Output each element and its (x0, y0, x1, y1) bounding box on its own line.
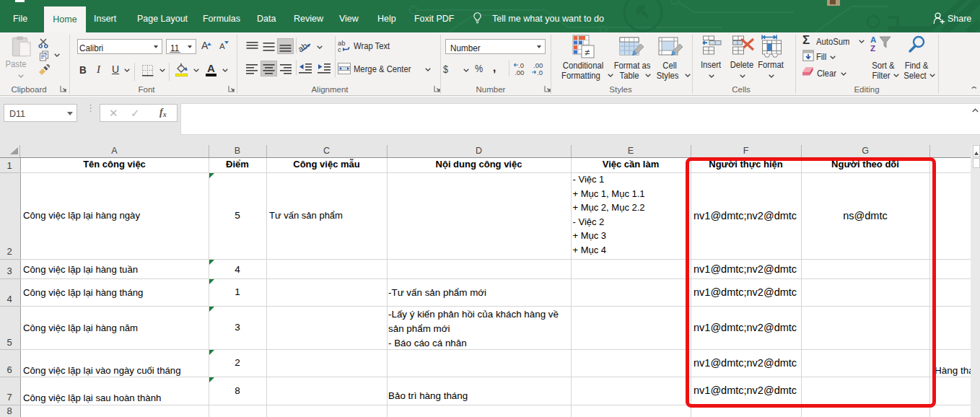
svg-text:.0: .0 (537, 69, 543, 76)
svg-text:A: A (870, 35, 876, 44)
svg-text:c: c (338, 45, 341, 53)
svg-text:Z: Z (870, 44, 875, 53)
svg-text:ab: ab (299, 40, 310, 53)
svg-text:.00: .00 (515, 69, 524, 76)
svg-text:≠: ≠ (585, 47, 590, 58)
